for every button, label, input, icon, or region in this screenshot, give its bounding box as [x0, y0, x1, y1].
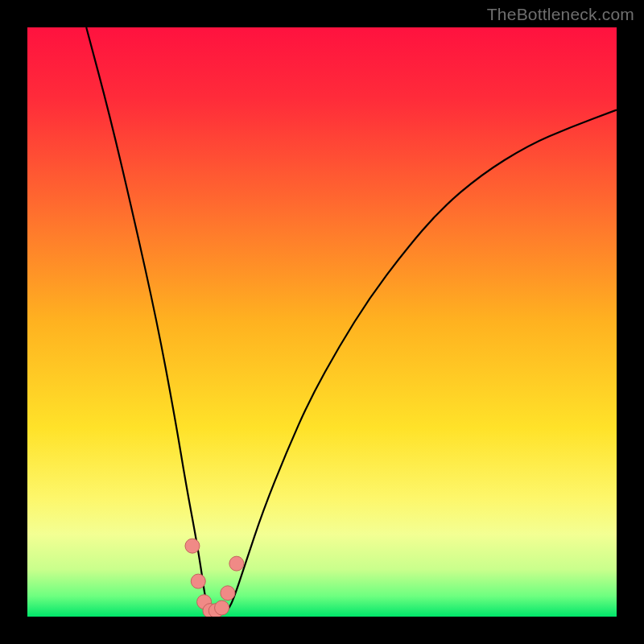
marker-point: [221, 586, 235, 601]
marker-point: [191, 574, 205, 588]
gradient-background: [27, 27, 617, 617]
watermark-text: TheBottleneck.com: [487, 5, 634, 24]
marker-point: [185, 539, 200, 553]
marker-point: [229, 556, 244, 571]
chart-frame: [27, 27, 617, 617]
bottleneck-chart: [27, 27, 617, 617]
marker-point: [215, 601, 229, 615]
